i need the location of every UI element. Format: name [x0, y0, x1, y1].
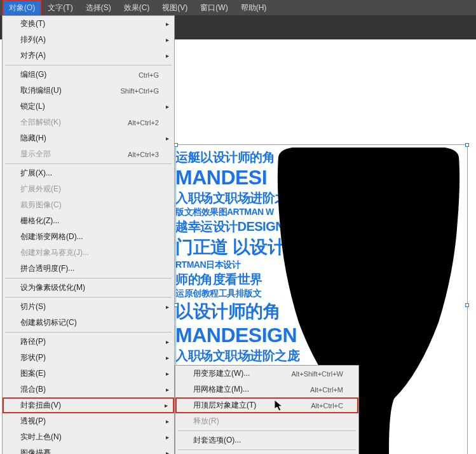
object-menu-item: 显示全部Alt+Ctrl+3 [3, 146, 174, 162]
menu-effect[interactable]: 效果(C) [118, 0, 156, 16]
menu-item-shortcut: Alt+Ctrl+3 [128, 151, 159, 158]
menu-item-shortcut: Alt+Shift+Ctrl+W [291, 370, 343, 378]
art-line: 运艇以设计师的角 [175, 149, 461, 166]
object-menu-item[interactable]: 排列(A) [3, 32, 174, 48]
envelope-distort-submenu: 用变形建立(W)...Alt+Shift+Ctrl+W用网格建立(M)...Al… [175, 365, 359, 454]
object-menu-item[interactable]: 变换(T) [3, 16, 174, 32]
envelope-submenu-item: 扩展(X) [175, 451, 358, 454]
menubar: 对象(O) 文字(T) 选择(S) 效果(C) 视图(V) 窗口(W) 帮助(H… [0, 0, 476, 15]
object-menu-item: 裁剪图像(C) [3, 197, 174, 213]
menu-item-shortcut: Alt+Ctrl+2 [128, 119, 159, 127]
envelope-submenu-item[interactable]: 用变形建立(W)...Alt+Shift+Ctrl+W [175, 366, 358, 382]
menu-view[interactable]: 视图(V) [156, 0, 194, 16]
menu-object[interactable]: 对象(O) [3, 0, 41, 16]
object-menu-item[interactable]: 栅格化(Z)... [3, 213, 174, 229]
menu-separator [178, 430, 356, 431]
art-line: MANDESI [175, 166, 461, 189]
art-line: MANDESIGN [175, 324, 461, 347]
menu-item-label: 隐藏(H) [20, 133, 46, 144]
menu-item-label: 形状(P) [20, 352, 46, 363]
object-menu-item[interactable]: 拼合透明度(F)... [3, 261, 174, 277]
menu-item-label: 排列(A) [20, 34, 46, 45]
envelope-submenu-item[interactable]: 用网格建立(M)...Alt+Ctrl+M [175, 382, 358, 397]
menu-item-shortcut: Alt+Ctrl+C [311, 402, 343, 409]
object-menu-item[interactable]: 锁定(L) [3, 99, 174, 114]
object-menu-item[interactable]: 混合(B) [3, 382, 174, 397]
art-line: 门正道 以设计 [175, 235, 461, 259]
art-line: 越幸运设计DESIGN [175, 218, 461, 235]
menu-separator [5, 297, 172, 298]
menu-item-label: 扩展(X)... [20, 168, 52, 179]
menu-item-label: 释放(R) [193, 416, 219, 427]
art-line: 版文档效果图ARTMAN W [175, 207, 461, 218]
object-menu-item[interactable]: 创建裁切标记(C) [3, 315, 174, 331]
menu-help[interactable]: 帮助(H) [235, 0, 273, 16]
menu-item-shortcut: Shift+Ctrl+G [120, 87, 159, 95]
art-line: RTMAN日本设计 [175, 259, 461, 271]
object-menu-item[interactable]: 设为像素级优化(M) [3, 280, 174, 296]
menu-item-label: 切片(S) [20, 301, 46, 312]
object-menu-item[interactable]: 图像描摹 [3, 445, 174, 454]
object-menu-item: 创建对象马赛克(J)... [3, 245, 174, 261]
object-menu-item: 扩展外观(E) [3, 181, 174, 197]
object-menu-item: 全部解锁(K)Alt+Ctrl+2 [3, 114, 174, 130]
menu-item-label: 路径(P) [20, 336, 46, 347]
menu-item-label: 扩展外观(E) [20, 184, 61, 195]
menu-separator [5, 332, 172, 333]
menu-item-label: 裁剪图像(C) [20, 200, 62, 210]
menu-item-label: 对齐(A) [20, 50, 46, 61]
art-line: 运原创教程工具排版文 [175, 288, 461, 299]
menu-item-shortcut: Ctrl+G [139, 71, 159, 79]
art-line: 以设计师的角 [175, 299, 461, 324]
menu-separator [5, 163, 172, 164]
menu-separator [178, 450, 356, 450]
object-menu-item[interactable]: 形状(P) [3, 350, 174, 366]
object-menu-item[interactable]: 图案(E) [3, 366, 174, 382]
envelope-submenu-item: 释放(R) [175, 413, 358, 429]
envelope-submenu-item[interactable]: 用顶层对象建立(T)Alt+Ctrl+C [175, 397, 358, 413]
envelope-submenu-item[interactable]: 封套选项(O)... [175, 432, 358, 448]
menu-item-label: 用网格建立(M)... [193, 384, 249, 395]
menu-item-label: 用变形建立(W)... [193, 368, 250, 379]
object-menu-dropdown: 变换(T)排列(A)对齐(A)编组(G)Ctrl+G取消编组(U)Shift+C… [2, 15, 175, 454]
selection-handle[interactable] [465, 303, 469, 307]
object-menu-item[interactable]: 创建渐变网格(D)... [3, 229, 174, 245]
object-menu-item[interactable]: 取消编组(U)Shift+Ctrl+G [3, 83, 174, 99]
menu-item-label: 创建裁切标记(C) [20, 317, 77, 328]
menu-item-label: 封套扭曲(V) [20, 400, 61, 411]
menu-item-label: 封套选项(O)... [193, 435, 241, 446]
menu-item-label: 拼合透明度(F)... [20, 263, 74, 274]
menu-window[interactable]: 窗口(W) [194, 0, 234, 16]
art-line: 入职场文职场进阶之庞 [175, 347, 461, 364]
menu-separator [5, 65, 172, 65]
object-menu-item[interactable]: 对齐(A) [3, 48, 174, 64]
art-line: 入职场文职场进阶之 [175, 189, 461, 207]
object-menu-item[interactable]: 透视(P) [3, 413, 174, 429]
menu-item-label: 全部解锁(K) [20, 117, 61, 128]
menu-item-label: 透视(P) [20, 416, 46, 427]
menu-item-label: 栅格化(Z)... [20, 216, 59, 226]
menu-type[interactable]: 文字(T) [41, 0, 79, 16]
menu-select[interactable]: 选择(S) [79, 0, 118, 16]
menu-item-label: 设为像素级优化(M) [20, 282, 85, 293]
menu-item-label: 实时上色(N) [20, 432, 62, 443]
menu-item-label: 图案(E) [20, 368, 46, 379]
menu-item-label: 编组(G) [20, 69, 46, 80]
menu-item-label: 锁定(L) [20, 101, 45, 112]
object-menu-item[interactable]: 封套扭曲(V) [3, 397, 174, 413]
art-line: 师的角度看世界 [175, 271, 461, 288]
menu-item-label: 混合(B) [20, 384, 46, 395]
object-menu-item[interactable]: 实时上色(N) [3, 429, 174, 445]
menu-item-label: 取消编组(U) [20, 85, 62, 96]
object-menu-item[interactable]: 扩展(X)... [3, 165, 174, 181]
object-menu-item[interactable]: 隐藏(H) [3, 130, 174, 146]
object-menu-item[interactable]: 切片(S) [3, 299, 174, 315]
menu-item-label: 创建对象马赛克(J)... [20, 247, 89, 258]
menu-item-label: 创建渐变网格(D)... [20, 231, 83, 242]
object-menu-item[interactable]: 编组(G)Ctrl+G [3, 67, 174, 83]
selection-handle[interactable] [465, 143, 469, 147]
object-menu-item[interactable]: 路径(P) [3, 334, 174, 350]
menu-item-label: 图像描摹 [20, 448, 51, 454]
menu-item-label: 显示全部 [20, 149, 51, 160]
menu-item-shortcut: Alt+Ctrl+M [310, 386, 343, 394]
